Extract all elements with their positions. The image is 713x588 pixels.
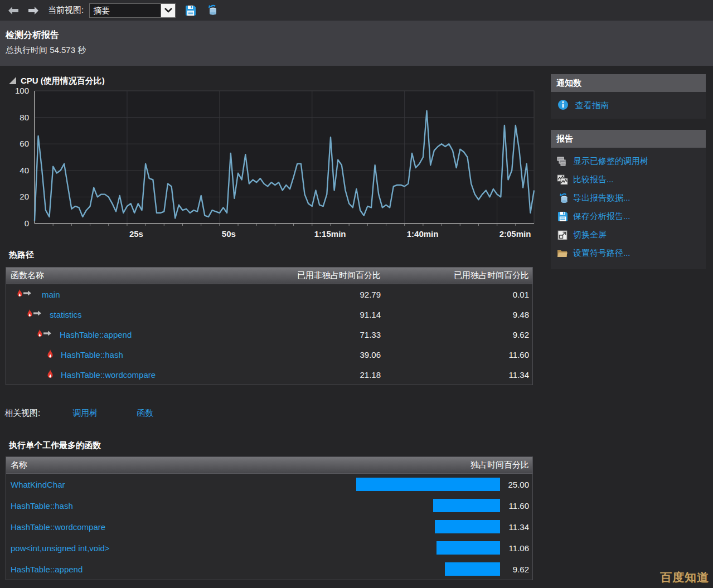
exclusive-time-value: 11.60: [384, 350, 532, 359]
save-icon[interactable]: [185, 4, 197, 17]
total-execution-time: 总执行时间 54.573 秒: [6, 45, 707, 56]
menu-item-show-trimmed-call-tree[interactable]: 显示已修整的调用树: [551, 152, 706, 171]
exclusive-time-value: 11.06: [500, 543, 532, 553]
functions-link[interactable]: 函数: [137, 408, 153, 419]
watermark: 百度知道: [660, 570, 709, 585]
exclusive-time-bar: [445, 562, 500, 576]
inclusive-time-value: 39.06: [234, 350, 384, 359]
function-link[interactable]: statistics: [50, 310, 82, 319]
function-link[interactable]: HashTable::append: [60, 330, 132, 339]
top-functions-table: 名称 独占时间百分比 WhatKindChar 25.00 HashTable:…: [6, 456, 533, 580]
trimmed-call-tree-icon: [556, 156, 569, 167]
view-selector[interactable]: 摘要: [89, 3, 176, 18]
info-icon: [557, 99, 569, 112]
y-axis-label: 0: [25, 218, 29, 228]
export-report-data-icon[interactable]: [206, 4, 218, 17]
function-link[interactable]: HashTable::append: [11, 565, 83, 574]
top-functions-title: 执行单个工作最多的函数: [9, 440, 101, 451]
column-header-inclusive-time[interactable]: 已用非独占时间百分比: [234, 270, 384, 281]
menu-item-save-analyzed-report[interactable]: 保存分析报告...: [551, 207, 706, 226]
column-header-name[interactable]: 名称: [6, 460, 355, 470]
back-arrow-icon[interactable]: [7, 5, 20, 16]
collapse-triangle-icon[interactable]: [9, 76, 16, 86]
exclusive-time-value: 9.48: [384, 310, 532, 319]
column-header-function-name[interactable]: 函数名称: [6, 270, 234, 281]
exclusive-time-value: 9.62: [384, 330, 532, 339]
export-data-icon: [556, 193, 569, 204]
x-axis-label: 2:05min: [499, 229, 531, 239]
table-row[interactable]: HashTable::wordcompare 21.18 11.34: [6, 365, 532, 385]
table-row[interactable]: WhatKindChar 25.00: [6, 474, 532, 495]
exclusive-time-value: 9.62: [500, 565, 532, 574]
top-functions-table-header: 名称 独占时间百分比: [6, 457, 532, 474]
y-axis-label: 20: [20, 192, 29, 201]
table-row[interactable]: HashTable::hash 39.06 11.60: [6, 344, 532, 365]
exclusive-time-value: 11.34: [384, 370, 532, 380]
table-row[interactable]: HashTable::wordcompare 11.34: [6, 516, 532, 537]
exclusive-time-bar: [435, 520, 500, 533]
cpu-chart-title: CPU (使用情况百分比): [21, 76, 105, 86]
y-axis-label: 80: [20, 113, 29, 122]
y-axis-label: 100: [15, 87, 29, 95]
x-axis-label: 1:40min: [407, 229, 439, 239]
table-row[interactable]: HashTable::hash 11.60: [6, 495, 532, 516]
toggle-fullscreen-icon: [556, 230, 569, 241]
exclusive-time-bar: [433, 499, 500, 512]
related-views: 相关视图: 调用树 函数: [4, 408, 153, 419]
function-link[interactable]: main: [42, 290, 60, 299]
forward-arrow-icon[interactable]: [27, 5, 40, 16]
menu-item-set-symbol-path[interactable]: 设置符号路径...: [551, 244, 706, 263]
toolbar: 当前视图: 摘要: [0, 0, 713, 21]
inclusive-time-value: 92.79: [234, 290, 384, 299]
table-row[interactable]: statistics 91.14 9.48: [6, 304, 532, 324]
inclusive-time-value: 91.14: [234, 310, 384, 319]
report-panel-title: 报告: [551, 130, 706, 148]
table-row[interactable]: pow<int,unsigned int,void> 11.06: [6, 537, 532, 558]
function-link[interactable]: WhatKindChar: [11, 480, 65, 489]
hot-path-flame-arrow-icon: [36, 329, 52, 339]
report-panel: 报告 显示已修整的调用树 比较报告...: [551, 130, 706, 269]
x-axis-label: 50s: [222, 229, 236, 239]
exclusive-time-bar: [356, 478, 500, 491]
x-axis-label: 25s: [129, 229, 143, 239]
compare-reports-icon: [556, 174, 569, 186]
y-axis-label: 60: [20, 139, 29, 148]
menu-item-compare-reports[interactable]: 比较报告...: [551, 171, 706, 189]
function-link[interactable]: HashTable::hash: [61, 350, 123, 359]
function-link[interactable]: HashTable::wordcompare: [11, 522, 105, 532]
table-row[interactable]: HashTable::append 71.33 9.62: [6, 324, 532, 344]
y-axis-label: 40: [20, 166, 29, 175]
hot-path-flame-arrow-icon: [26, 309, 42, 319]
related-views-label: 相关视图:: [4, 408, 40, 419]
call-tree-link[interactable]: 调用树: [72, 408, 98, 419]
menu-item-export-report-data[interactable]: 导出报告数据...: [551, 189, 706, 207]
exclusive-time-bar: [436, 541, 500, 555]
menu-item-toggle-fullscreen[interactable]: 切换全屏: [551, 226, 706, 244]
inclusive-time-value: 21.18: [234, 370, 384, 380]
hot-path-table-header: 函数名称 已用非独占时间百分比 已用独占时间百分比: [6, 268, 532, 284]
column-header-exclusive-percent[interactable]: 独占时间百分比: [355, 460, 532, 470]
function-link[interactable]: HashTable::wordcompare: [61, 370, 156, 380]
cpu-section-header: CPU (使用情况百分比): [9, 76, 105, 86]
view-guidance-link[interactable]: 查看指南: [575, 100, 609, 111]
hot-path-title: 热路径: [9, 250, 34, 260]
function-link[interactable]: HashTable::hash: [11, 501, 73, 511]
column-header-exclusive-time[interactable]: 已用独占时间百分比: [384, 270, 532, 281]
chevron-down-icon[interactable]: [161, 4, 175, 17]
table-row[interactable]: main 92.79 0.01: [6, 284, 532, 304]
exclusive-time-value: 0.01: [384, 290, 532, 299]
flame-icon: [46, 370, 54, 380]
symbol-path-icon: [556, 248, 569, 259]
notifications-panel: 通知数 查看指南: [551, 74, 706, 119]
exclusive-time-value: 25.00: [500, 480, 532, 489]
exclusive-time-value: 11.60: [500, 501, 532, 511]
hot-path-flame-arrow-icon: [16, 289, 32, 299]
report-header: 检测分析报告 总执行时间 54.573 秒: [0, 21, 713, 66]
function-link[interactable]: pow<int,unsigned int,void>: [11, 543, 110, 553]
notifications-panel-title: 通知数: [551, 74, 706, 92]
flame-icon: [46, 349, 54, 360]
page-title: 检测分析报告: [6, 30, 707, 41]
table-row[interactable]: HashTable::append 9.62: [6, 558, 532, 580]
exclusive-time-value: 11.34: [500, 522, 532, 532]
inclusive-time-value: 71.33: [234, 330, 384, 339]
